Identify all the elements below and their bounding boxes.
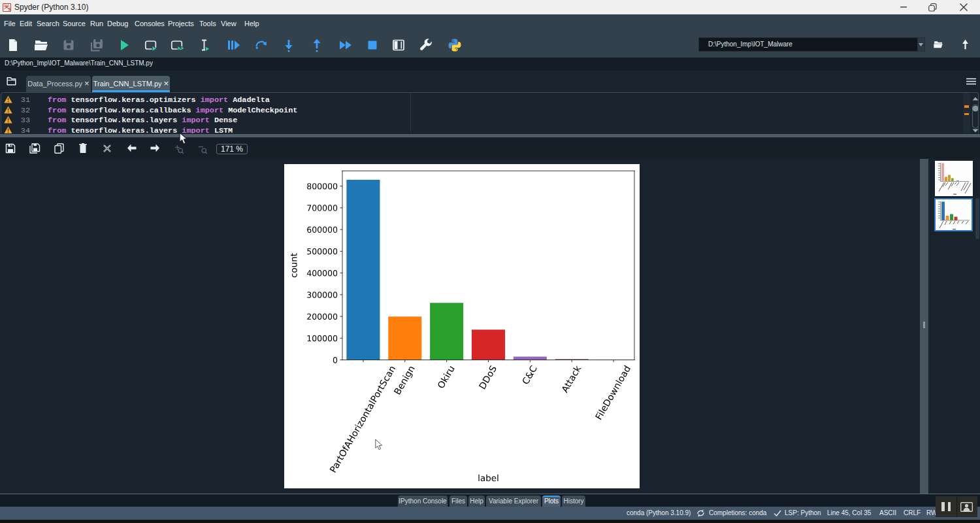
svg-text:S: S (8, 7, 10, 11)
